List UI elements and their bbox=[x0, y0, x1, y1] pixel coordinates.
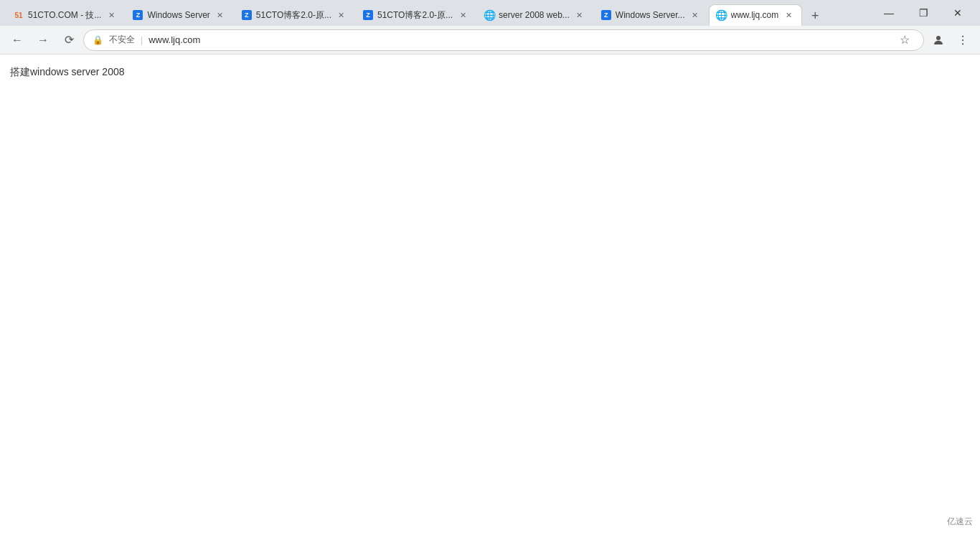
tab-title-7: www.ljq.com bbox=[731, 10, 779, 20]
tab-title-6: Windows Server... bbox=[616, 10, 685, 20]
forward-button[interactable]: → bbox=[32, 29, 55, 52]
watermark: 亿速云 bbox=[947, 516, 973, 528]
tab-title-5: server 2008 web... bbox=[499, 10, 570, 20]
favicon-blue-6: Z bbox=[601, 10, 611, 20]
tab-close-7[interactable]: ✕ bbox=[783, 9, 794, 21]
tab-51cto-blog-1[interactable]: Z 51CTO博客2.0-原... ✕ bbox=[234, 4, 355, 26]
tab-close-5[interactable]: ✕ bbox=[574, 9, 585, 21]
svg-point-2 bbox=[962, 39, 963, 40]
favicon-51cto: 51 bbox=[14, 10, 24, 20]
minimize-button[interactable]: — bbox=[872, 3, 905, 23]
separator: | bbox=[141, 35, 143, 45]
security-icon: 🔒 bbox=[93, 35, 103, 45]
favicon-globe-blue: 🌐 bbox=[717, 10, 727, 20]
tab-windows-server-1[interactable]: Z Windows Server ✕ bbox=[125, 4, 233, 26]
new-tab-button[interactable]: + bbox=[805, 6, 825, 26]
close-button[interactable]: ✕ bbox=[941, 3, 974, 23]
back-button[interactable]: ← bbox=[6, 29, 29, 52]
svg-point-0 bbox=[936, 36, 941, 40]
window-controls: — ❐ ✕ bbox=[872, 3, 974, 26]
tab-title-4: 51CTO博客2.0-原... bbox=[377, 9, 453, 22]
svg-point-1 bbox=[962, 35, 963, 37]
nav-bar: ← → ⟳ 🔒 不安全 | www.ljq.com ☆ bbox=[0, 26, 980, 55]
tab-title-3: 51CTO博客2.0-原... bbox=[256, 9, 331, 22]
favicon-blue-4: Z bbox=[363, 10, 373, 20]
tab-windows-server-2[interactable]: Z Windows Server... ✕ bbox=[593, 4, 709, 26]
security-label: 不安全 bbox=[109, 34, 135, 46]
tab-close-1[interactable]: ✕ bbox=[105, 9, 117, 21]
address-bar[interactable]: 🔒 不安全 | www.ljq.com ☆ bbox=[83, 29, 924, 51]
favicon-globe-orange: 🌐 bbox=[484, 10, 494, 20]
tab-close-4[interactable]: ✕ bbox=[457, 9, 468, 21]
bookmark-icon[interactable]: ☆ bbox=[895, 30, 915, 50]
tab-close-3[interactable]: ✕ bbox=[336, 9, 347, 21]
tab-51cto-blog-2[interactable]: Z 51CTO博客2.0-原... ✕ bbox=[355, 4, 476, 26]
page-main-text: 搭建windows server 2008 bbox=[10, 66, 970, 79]
tab-bar: 51 51CTO.COM - 技... ✕ Z Windows Server ✕… bbox=[0, 0, 980, 26]
tab-title-1: 51CTO.COM - 技... bbox=[28, 9, 101, 22]
tab-close-6[interactable]: ✕ bbox=[689, 9, 701, 21]
tab-server2008[interactable]: 🌐 server 2008 web... ✕ bbox=[476, 4, 593, 26]
page-content: 搭建windows server 2008 bbox=[0, 55, 980, 535]
reload-button[interactable]: ⟳ bbox=[57, 29, 80, 52]
tab-close-2[interactable]: ✕ bbox=[215, 9, 226, 21]
maximize-button[interactable]: ❐ bbox=[907, 3, 940, 23]
favicon-blue-2: Z bbox=[133, 10, 143, 20]
favicon-blue-3: Z bbox=[242, 10, 252, 20]
nav-right-buttons bbox=[927, 29, 974, 52]
svg-point-3 bbox=[962, 43, 963, 44]
address-text[interactable]: www.ljq.com bbox=[149, 34, 889, 45]
tab-ljq[interactable]: 🌐 www.ljq.com ✕ bbox=[709, 4, 803, 26]
tab-title-2: Windows Server bbox=[147, 10, 209, 20]
tab-51cto[interactable]: 51 51CTO.COM - 技... ✕ bbox=[6, 4, 125, 26]
menu-button[interactable] bbox=[951, 29, 974, 52]
profile-button[interactable] bbox=[927, 29, 950, 52]
